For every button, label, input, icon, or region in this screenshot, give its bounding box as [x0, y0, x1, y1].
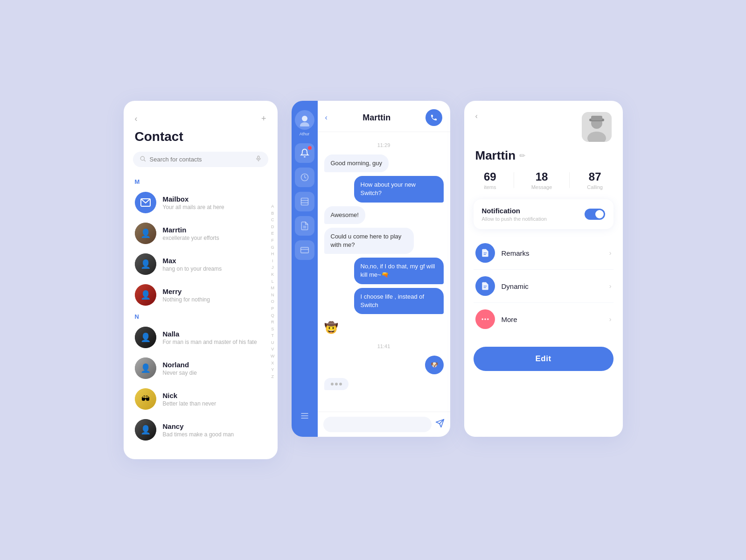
dynamic-icon — [475, 276, 495, 296]
max-sub: hang on to your dreams — [163, 266, 266, 272]
section-n-label: N — [124, 310, 278, 322]
screens-container: ‹ + Contact M — [105, 73, 641, 487]
chat-topbar: ‹ Marttin — [318, 101, 450, 132]
svg-rect-8 — [301, 198, 308, 205]
nick-sub: Better late than never — [163, 400, 266, 407]
norland-name: Norland — [163, 361, 266, 369]
contact-list-n: 👤 Nalla For man is man and master of his… — [124, 322, 278, 445]
nancy-sub: Bad times make a good man — [163, 431, 266, 438]
profile-edit-icon[interactable]: ✏ — [519, 151, 525, 160]
stat-message: 18 Message — [531, 170, 552, 190]
menu-item-dynamic[interactable]: Dynamic › — [474, 270, 614, 303]
call-button[interactable] — [425, 109, 442, 126]
remarks-icon — [475, 243, 495, 263]
sidebar-avatar[interactable] — [295, 110, 314, 130]
nav-card[interactable] — [295, 240, 314, 260]
msg-received-2: Awesome! — [324, 206, 365, 224]
contact-list-m: Mailbox Your all mails are at here 👤 Mar… — [124, 187, 278, 310]
contact-item-mailbox[interactable]: Mailbox Your all mails are at here — [129, 187, 272, 218]
msg-sent-avatar-row: 🐶 — [324, 356, 444, 374]
menu-item-more[interactable]: More › — [474, 303, 614, 336]
norland-sub: Never say die — [163, 370, 266, 376]
marrtin-sub: excellerate your efforts — [163, 235, 266, 241]
toggle-circle — [595, 210, 604, 218]
nav-bell[interactable] — [295, 143, 314, 163]
alphabet-index: A B C D E F G H I J K L M N O P Q R S T … — [271, 203, 275, 379]
profile-panel: ‹ Marttin ✏ 69 items — [464, 101, 623, 437]
msg-emoji-1: 🤠 — [324, 318, 338, 337]
stat-items-number: 69 — [484, 170, 496, 183]
dynamic-label: Dynamic — [502, 282, 609, 290]
nancy-name: Nancy — [163, 422, 266, 430]
profile-back-button[interactable]: ‹ — [475, 112, 478, 120]
mailbox-sub: Your all mails are at here — [163, 204, 266, 210]
section-m-label: M — [124, 175, 278, 187]
search-bar — [133, 152, 268, 167]
mic-icon[interactable] — [255, 155, 262, 163]
search-input[interactable] — [150, 156, 251, 163]
nick-info: Nick Better late than never — [163, 392, 266, 407]
contact-item-nick[interactable]: 🕶 Nick Better late than never — [129, 384, 272, 414]
contact-header: ‹ + — [124, 101, 278, 124]
merry-avatar: 👤 — [135, 284, 156, 306]
nav-notes[interactable] — [295, 216, 314, 236]
nick-avatar: 🕶 — [135, 388, 156, 410]
msg-received-3: Could u come here to play with me? — [324, 228, 414, 254]
profile-header: ‹ — [464, 101, 623, 142]
nalla-sub: For man is man and master of his fate — [163, 339, 266, 345]
svg-rect-2 — [258, 156, 259, 159]
marrtin-info: Marrtin excellerate your efforts — [163, 226, 266, 241]
profile-name-row: Marttin ✏ — [464, 142, 623, 163]
add-contact-button[interactable]: + — [261, 114, 266, 124]
stat-message-label: Message — [531, 184, 552, 190]
chat-back-button[interactable]: ‹ — [325, 113, 328, 122]
send-button[interactable] — [435, 419, 445, 430]
notification-toggle[interactable] — [585, 209, 605, 220]
contact-item-marrtin[interactable]: 👤 Marrtin excellerate your efforts — [129, 218, 272, 249]
svg-point-5 — [302, 116, 307, 121]
stat-message-number: 18 — [531, 170, 552, 183]
svg-point-6 — [300, 122, 309, 126]
typing-indicator — [324, 378, 349, 390]
norland-info: Norland Never say die — [163, 361, 266, 376]
contact-item-norland[interactable]: 👤 Norland Never say die — [129, 353, 272, 384]
marrtin-name: Marrtin — [163, 226, 266, 234]
back-button[interactable]: ‹ — [135, 114, 138, 124]
nav-clock[interactable] — [295, 168, 314, 187]
msg-sent-1: How about your new Switch? — [354, 176, 444, 202]
nav-menu[interactable] — [300, 411, 309, 423]
contact-item-nalla[interactable]: 👤 Nalla For man is man and master of his… — [129, 322, 272, 353]
chat-input[interactable] — [323, 417, 432, 432]
contact-item-merry[interactable]: 👤 Merry Nothing for nothing — [129, 280, 272, 310]
edit-button[interactable]: Edit — [474, 347, 614, 371]
svg-line-1 — [144, 160, 145, 161]
chat-sidebar: Athur — [292, 101, 318, 437]
marrtin-avatar: 👤 — [135, 223, 156, 244]
merry-sub: Nothing for nothing — [163, 296, 266, 303]
menu-item-remarks[interactable]: Remarks › — [474, 237, 614, 270]
notification-title: Notification — [482, 207, 547, 215]
chat-contact-name: Marttin — [363, 113, 390, 123]
notification-info: Notification Allow to push the notificat… — [482, 207, 547, 222]
stat-divider-1 — [514, 172, 514, 188]
notification-sub: Allow to push the notification — [482, 216, 547, 222]
msg-sent-avatar: 🐶 — [425, 356, 444, 374]
contact-item-nancy[interactable]: 👤 Nancy Bad times make a good man — [129, 414, 272, 445]
nalla-name: Nalla — [163, 330, 266, 338]
stat-calling-label: Calling — [587, 184, 603, 190]
profile-stats: 69 items 18 Message 87 Calling — [464, 163, 623, 199]
dot-1 — [331, 383, 334, 385]
svg-point-28 — [484, 318, 486, 320]
chat-main: ‹ Marttin 11:29 Good morning, guy How ab… — [318, 101, 450, 437]
menu-list: Remarks › Dynamic › — [464, 237, 623, 336]
chat-input-bar — [318, 412, 450, 437]
contact-item-max[interactable]: 👤 Max hang on to your dreams — [129, 249, 272, 280]
more-chevron: › — [609, 315, 612, 323]
nalla-avatar: 👤 — [135, 327, 156, 348]
nancy-info: Nancy Bad times make a good man — [163, 422, 266, 438]
mailbox-avatar — [135, 192, 156, 213]
svg-point-0 — [140, 156, 144, 160]
nav-inbox[interactable] — [295, 192, 314, 211]
mailbox-name: Mailbox — [163, 195, 266, 203]
more-label: More — [502, 315, 609, 323]
